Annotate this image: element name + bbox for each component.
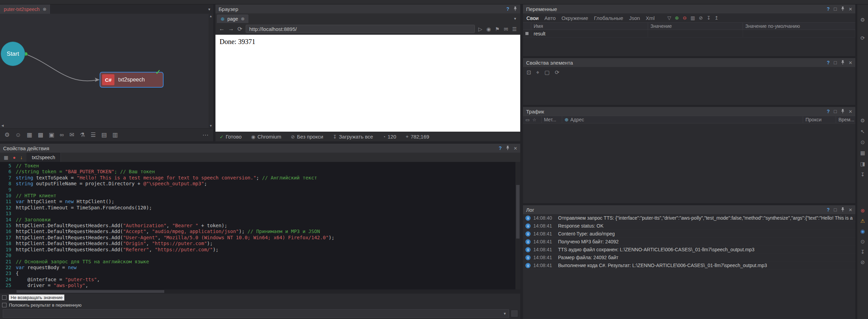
- browser-tab[interactable]: ⊕ page ⊗: [217, 14, 248, 23]
- remove-icon[interactable]: ⊖: [683, 15, 687, 20]
- help-icon[interactable]: ?: [506, 7, 509, 11]
- variable-name-cell[interactable]: result: [531, 30, 648, 37]
- code-line[interactable]: 25 driver = "aws-polly",: [0, 283, 520, 288]
- code-line[interactable]: 17httpClient.DefaultRequestHeaders.Add("…: [0, 235, 520, 241]
- list-icon[interactable]: ☰: [90, 132, 96, 138]
- designer-icon[interactable]: ▦: [4, 155, 8, 160]
- no-return-checkbox[interactable]: [2, 295, 7, 300]
- table-icon[interactable]: ▥: [112, 132, 118, 138]
- settings-icon[interactable]: ⚙: [857, 17, 868, 22]
- pin-icon[interactable]: [841, 7, 845, 12]
- select-side-button[interactable]: [511, 310, 518, 317]
- clear-icon[interactable]: ▭: [525, 118, 530, 122]
- variables-tab-xml[interactable]: Xml: [646, 15, 655, 21]
- log-entry[interactable]: i14:08:41Response status: OK: [523, 222, 855, 230]
- variables-tab-own[interactable]: Свои: [526, 15, 538, 21]
- code-line[interactable]: 13: [0, 211, 520, 217]
- variables-tab-environment[interactable]: Окружение: [561, 15, 588, 21]
- blocks-icon[interactable]: ▩: [38, 132, 43, 138]
- code-line[interactable]: 22var requestBody = new: [0, 265, 520, 271]
- code-line[interactable]: 9: [0, 187, 520, 193]
- favorites-icon[interactable]: ☆: [532, 118, 536, 122]
- code-line[interactable]: 5// Токен: [0, 163, 520, 169]
- profile-icon[interactable]: ☺: [15, 132, 21, 138]
- flowchart-tab[interactable]: puter-txt2speech ⊗: [0, 4, 51, 14]
- select-cursor-icon[interactable]: ↖: [857, 129, 868, 134]
- target-icon[interactable]: ⌖: [536, 70, 539, 75]
- log-errors-icon[interactable]: ⊗: [857, 208, 868, 213]
- log-search-icon[interactable]: ⊙: [857, 239, 868, 244]
- sync-icon[interactable]: ⟳: [857, 35, 868, 41]
- column-proxy[interactable]: Прокси: [803, 116, 836, 123]
- refresh-button[interactable]: ⟳: [237, 25, 242, 33]
- refresh-icon[interactable]: ⟳: [555, 70, 559, 75]
- tab-close-icon[interactable]: ⊗: [241, 16, 245, 21]
- action-tab[interactable]: txt2speech: [26, 153, 61, 162]
- log-entry[interactable]: i14:08:41TTS аудио файл сохранен: L:\ZEN…: [523, 246, 855, 254]
- tests-icon[interactable]: ⚗: [80, 132, 85, 138]
- pin-icon[interactable]: [506, 146, 510, 151]
- column-address[interactable]: ⊕Адрес: [562, 116, 803, 123]
- help-icon[interactable]: ?: [499, 146, 502, 151]
- code-line[interactable]: 23{: [0, 271, 520, 276]
- close-icon[interactable]: ×: [849, 60, 852, 66]
- log-clear-icon[interactable]: ⊘: [857, 260, 868, 265]
- code-line[interactable]: 11var httpClient = new HttpClient();: [0, 199, 520, 205]
- maximize-icon[interactable]: □: [834, 60, 837, 65]
- code-line[interactable]: 10// HTTP клиент: [0, 193, 520, 199]
- tab-close-icon[interactable]: ⊗: [43, 7, 46, 12]
- tab-list-dropdown-icon[interactable]: ▾: [514, 16, 519, 23]
- settings-icon[interactable]: ⚙: [4, 132, 10, 138]
- no-return-label[interactable]: Не возвращать значение: [9, 295, 64, 300]
- close-icon[interactable]: ×: [514, 145, 517, 151]
- menu-icon[interactable]: ☰: [512, 26, 517, 32]
- code-horizontal-scrollbar[interactable]: [0, 289, 520, 294]
- search-icon[interactable]: ⊙: [857, 140, 868, 145]
- code-line[interactable]: 6//string token = "ВАШ_PUTER_TOKEN"; // …: [0, 169, 520, 175]
- pin-icon[interactable]: [841, 207, 845, 212]
- code-line[interactable]: 24 @interface = "puter-tts",: [0, 277, 520, 283]
- add-icon[interactable]: ⊕: [675, 15, 679, 20]
- form-icon[interactable]: ▤: [101, 132, 107, 138]
- csharp-action-node[interactable]: C# txt2speech: [100, 72, 164, 88]
- code-vertical-scrollbar[interactable]: [515, 162, 520, 289]
- canvas-vertical-scrollbar[interactable]: ▲ ▼: [209, 14, 213, 128]
- code-line[interactable]: 18httpClient.DefaultRequestHeaders.Add("…: [0, 241, 520, 246]
- close-icon[interactable]: ×: [849, 109, 852, 114]
- scroll-left-icon[interactable]: ◄: [1, 123, 4, 128]
- help-icon[interactable]: ?: [827, 60, 830, 65]
- help-icon[interactable]: ?: [827, 207, 830, 212]
- forward-button[interactable]: →: [228, 25, 234, 32]
- download-icon[interactable]: ↧: [857, 172, 868, 177]
- chat-icon[interactable]: ✉: [504, 26, 508, 32]
- export-icon[interactable]: ↥: [714, 15, 719, 20]
- code-line[interactable]: 12httpClient.Timeout = TimeSpan.FromSeco…: [0, 205, 520, 211]
- log-entry[interactable]: i14:08:41Размер файла: 24092 байт: [523, 254, 855, 262]
- log-warnings-icon[interactable]: ⚠: [857, 218, 868, 223]
- variable-row[interactable]: result: [523, 30, 855, 37]
- clear-icon[interactable]: ⊘: [699, 15, 703, 20]
- code-line[interactable]: 21// Основной запрос для TTS на английск…: [0, 259, 520, 265]
- variables-tab-json[interactable]: Json: [629, 15, 640, 21]
- pin-icon[interactable]: [513, 7, 517, 12]
- variables-tab-global[interactable]: Глобальные: [594, 15, 623, 21]
- scroll-up-icon[interactable]: ▲: [209, 14, 212, 18]
- maximize-icon[interactable]: □: [834, 7, 837, 11]
- record-icon[interactable]: ◉: [486, 26, 491, 32]
- log-entry[interactable]: i14:08:41Выполнение кода C#. Результат: …: [523, 262, 855, 270]
- column-time[interactable]: Врем...: [836, 116, 855, 123]
- import-icon[interactable]: ↧: [706, 15, 711, 20]
- filter-icon[interactable]: ▽: [667, 15, 671, 20]
- result-variable-select[interactable]: ▾: [3, 309, 509, 318]
- put-result-label[interactable]: Положить результат в переменную: [9, 302, 81, 308]
- close-icon[interactable]: ×: [849, 207, 852, 213]
- put-result-checkbox[interactable]: [2, 303, 7, 307]
- url-input[interactable]: [246, 25, 475, 33]
- tab-list-dropdown-icon[interactable]: ▾: [208, 7, 213, 12]
- code-editor[interactable]: 5// Токен6//string token = "ВАШ_PUTER_TO…: [0, 162, 520, 294]
- column-method[interactable]: Мет...: [542, 116, 562, 123]
- code-line[interactable]: 8string outputFileName = project.Directo…: [0, 181, 520, 187]
- play-icon[interactable]: ▷: [478, 26, 482, 32]
- help-icon[interactable]: ?: [827, 109, 830, 114]
- log-entry[interactable]: i14:08:40Отправляем запрос TTS: {"interf…: [523, 214, 855, 222]
